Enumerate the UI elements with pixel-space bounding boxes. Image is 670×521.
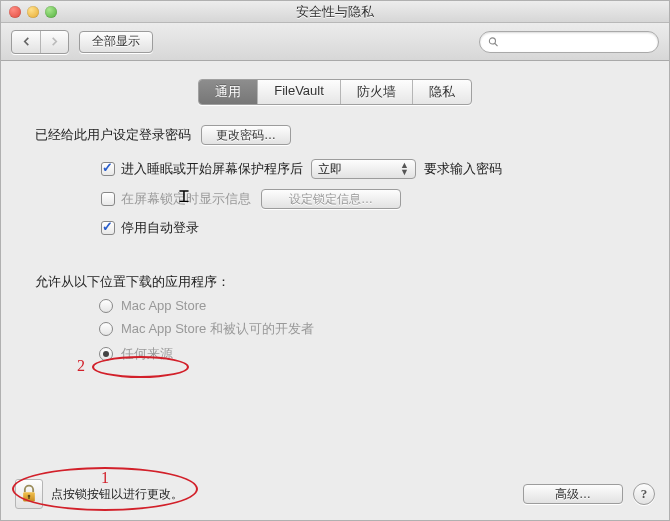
show-message-checkbox[interactable] bbox=[101, 192, 115, 206]
lock-icon bbox=[19, 483, 39, 505]
footer: 点按锁按钮以进行更改。 高级… ? bbox=[1, 468, 669, 520]
svg-rect-4 bbox=[28, 497, 29, 500]
svg-line-1 bbox=[495, 43, 498, 46]
disable-autologin-row: 停用自动登录 bbox=[101, 219, 639, 237]
gatekeeper-mas-identified-label: Mac App Store 和被认可的开发者 bbox=[121, 320, 314, 338]
tabs-container: 通用 FileVault 防火墙 隐私 bbox=[31, 79, 639, 105]
search-field[interactable] bbox=[479, 31, 659, 53]
login-password-label: 已经给此用户设定登录密码 bbox=[35, 126, 191, 144]
set-lock-message-button[interactable]: 设定锁定信息… bbox=[261, 189, 401, 209]
show-message-label: 在屏幕锁定时显示信息 bbox=[121, 190, 251, 208]
show-all-button[interactable]: 全部显示 bbox=[79, 31, 153, 53]
gatekeeper-option-mas-identified[interactable]: Mac App Store 和被认可的开发者 bbox=[99, 320, 639, 338]
gatekeeper-anywhere-label: 任何来源 bbox=[121, 345, 173, 363]
prefpane-content: 通用 FileVault 防火墙 隐私 已经给此用户设定登录密码 更改密码… Ꮖ… bbox=[1, 61, 669, 363]
disable-autologin-checkbox[interactable] bbox=[101, 221, 115, 235]
login-password-row: 已经给此用户设定登录密码 更改密码… bbox=[35, 125, 639, 145]
show-message-row: 在屏幕锁定时显示信息 设定锁定信息… bbox=[101, 189, 639, 209]
lock-area: 点按锁按钮以进行更改。 bbox=[15, 479, 183, 509]
lock-button[interactable] bbox=[15, 479, 43, 509]
radio-icon bbox=[99, 347, 113, 361]
nav-buttons bbox=[11, 30, 69, 54]
window-titlebar: 安全性与隐私 bbox=[1, 1, 669, 23]
gatekeeper-mas-label: Mac App Store bbox=[121, 298, 206, 313]
tab-general[interactable]: 通用 bbox=[199, 80, 257, 104]
gatekeeper-option-mas[interactable]: Mac App Store bbox=[99, 298, 639, 313]
help-button[interactable]: ? bbox=[633, 483, 655, 505]
require-password-checkbox[interactable] bbox=[101, 162, 115, 176]
gatekeeper-radio-group: Mac App Store Mac App Store 和被认可的开发者 任何来… bbox=[99, 298, 639, 363]
require-password-label-pre: 进入睡眠或开始屏幕保护程序后 bbox=[121, 160, 303, 178]
change-password-button[interactable]: 更改密码… bbox=[201, 125, 291, 145]
search-icon bbox=[488, 36, 499, 48]
toolbar: 全部显示 bbox=[1, 23, 669, 61]
nav-forward-button[interactable] bbox=[40, 31, 68, 53]
radio-icon bbox=[99, 322, 113, 336]
tab-filevault[interactable]: FileVault bbox=[257, 80, 340, 104]
require-password-row: 进入睡眠或开始屏幕保护程序后 立即 ▲▼ 要求输入密码 bbox=[101, 159, 639, 179]
gatekeeper-option-anywhere[interactable]: 任何来源 bbox=[99, 345, 639, 363]
require-password-delay-value: 立即 bbox=[318, 161, 342, 178]
radio-icon bbox=[99, 299, 113, 313]
require-password-label-post: 要求输入密码 bbox=[424, 160, 502, 178]
tab-firewall[interactable]: 防火墙 bbox=[340, 80, 412, 104]
require-password-delay-select[interactable]: 立即 ▲▼ bbox=[311, 159, 416, 179]
svg-point-0 bbox=[489, 37, 495, 43]
tab-privacy[interactable]: 隐私 bbox=[412, 80, 471, 104]
search-input[interactable] bbox=[503, 35, 650, 49]
tab-bar: 通用 FileVault 防火墙 隐私 bbox=[198, 79, 472, 105]
advanced-button[interactable]: 高级… bbox=[523, 484, 623, 504]
gatekeeper-section-label: 允许从以下位置下载的应用程序： bbox=[35, 273, 639, 291]
nav-back-button[interactable] bbox=[12, 31, 40, 53]
disable-autologin-label: 停用自动登录 bbox=[121, 219, 199, 237]
window-title: 安全性与隐私 bbox=[1, 3, 669, 21]
lock-hint-label: 点按锁按钮以进行更改。 bbox=[51, 486, 183, 503]
chevron-updown-icon: ▲▼ bbox=[400, 162, 409, 176]
